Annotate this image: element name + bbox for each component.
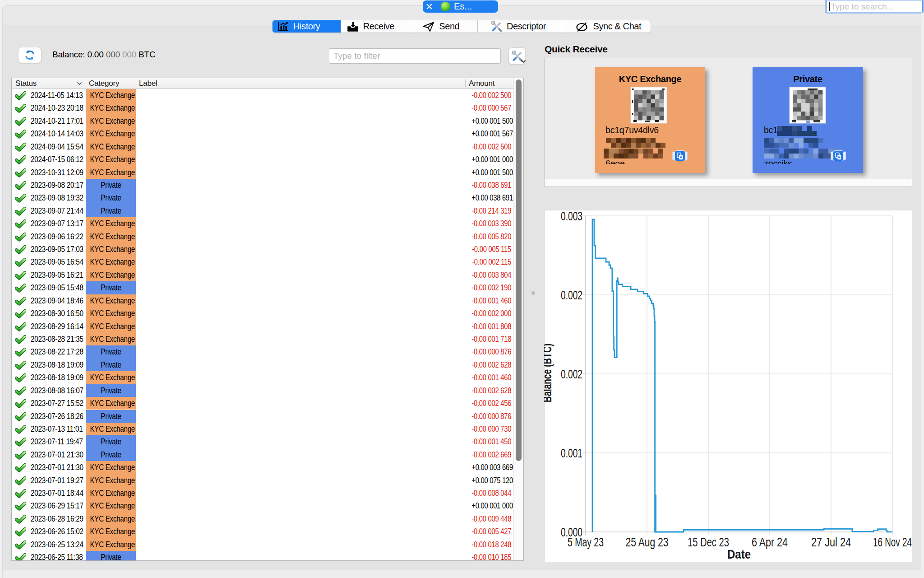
svg-text:Balance (BTC): Balance (BTC) (544, 344, 554, 402)
svg-text:0.002: 0.002 (561, 368, 582, 381)
svg-text:0.001: 0.001 (561, 447, 582, 460)
svg-text:6 Apr 24: 6 Apr 24 (752, 536, 788, 549)
svg-text:16 Nov 24: 16 Nov 24 (873, 536, 912, 549)
svg-text:0.002: 0.002 (561, 289, 582, 302)
svg-text:Date: Date (727, 548, 751, 561)
svg-text:25 Aug 23: 25 Aug 23 (626, 536, 669, 549)
svg-text:27 Jul 24: 27 Jul 24 (811, 536, 851, 549)
svg-text:0.003: 0.003 (561, 210, 582, 223)
svg-text:15 Dec 23: 15 Dec 23 (688, 536, 729, 549)
svg-text:5 May 23: 5 May 23 (568, 536, 604, 549)
